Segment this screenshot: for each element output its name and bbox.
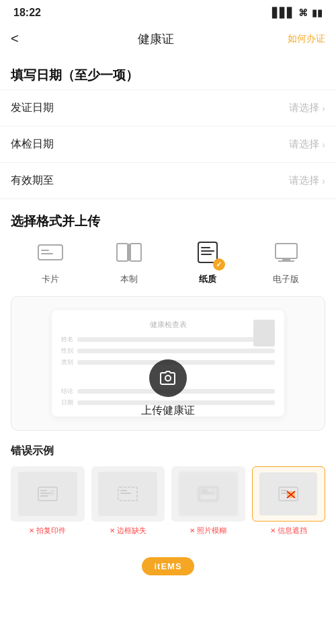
svg-rect-3 bbox=[117, 244, 128, 261]
expiry-date-value: 请选择 › bbox=[289, 174, 325, 187]
format-icon-wrap-paper: ✓ bbox=[189, 240, 226, 269]
error-label-border: 边框缺失 bbox=[110, 526, 146, 536]
card-row-name: 姓名 bbox=[61, 335, 275, 344]
svg-rect-18 bbox=[50, 490, 54, 495]
back-button[interactable]: < bbox=[11, 28, 24, 49]
svg-rect-25 bbox=[211, 490, 215, 495]
digital-icon bbox=[273, 242, 300, 268]
error-label-cover: 信息遮挡 bbox=[270, 526, 307, 536]
format-option-digital[interactable]: 电子版 bbox=[267, 240, 305, 285]
how-to-apply-link[interactable]: 如何办证 bbox=[288, 33, 325, 45]
expiry-date-placeholder: 请选择 bbox=[289, 174, 319, 187]
issue-date-value: 请选择 › bbox=[289, 102, 325, 114]
format-icon-wrap-book bbox=[110, 240, 148, 269]
exam-date-label: 体检日期 bbox=[11, 137, 54, 151]
error-thumb-inner-cover bbox=[259, 472, 317, 515]
format-icon-wrap-digital bbox=[267, 240, 305, 269]
svg-rect-9 bbox=[201, 254, 212, 255]
error-thumb-inner-border bbox=[98, 472, 157, 516]
bottom-bar: itEMS bbox=[0, 549, 336, 583]
svg-rect-23 bbox=[201, 490, 208, 491]
error-thumb-copy bbox=[11, 466, 85, 522]
camera-button[interactable] bbox=[149, 359, 187, 397]
svg-point-13 bbox=[165, 375, 171, 381]
svg-rect-24 bbox=[201, 493, 212, 494]
format-options: 卡片 本制 bbox=[11, 240, 325, 285]
issue-date-label: 发证日期 bbox=[11, 101, 54, 115]
signal-icon: ▋▋▋ bbox=[272, 7, 294, 18]
format-option-book[interactable]: 本制 bbox=[110, 240, 148, 285]
error-thumb-blur bbox=[171, 466, 245, 522]
card-photo bbox=[253, 320, 275, 347]
items-badge: itEMS bbox=[142, 557, 194, 575]
status-icons: ▋▋▋ ⌘ ▮▮ bbox=[272, 7, 323, 18]
svg-rect-7 bbox=[201, 247, 210, 248]
format-section-title: 选择格式并上传 bbox=[11, 213, 325, 240]
time-display: 18:22 bbox=[13, 7, 41, 19]
card-title: 健康检查表 bbox=[61, 320, 275, 330]
format-label-book: 本制 bbox=[120, 273, 138, 285]
svg-rect-6 bbox=[198, 242, 217, 262]
svg-rect-21 bbox=[120, 493, 131, 494]
error-thumb-cover bbox=[252, 466, 326, 522]
svg-rect-15 bbox=[40, 490, 47, 491]
format-icon-wrap-card bbox=[32, 240, 69, 269]
format-label-card: 卡片 bbox=[42, 273, 59, 285]
selected-check-icon: ✓ bbox=[213, 258, 225, 271]
exam-date-value: 请选择 › bbox=[289, 138, 325, 151]
format-label-digital: 电子版 bbox=[273, 273, 299, 285]
status-bar: 18:22 ▋▋▋ ⌘ ▮▮ bbox=[0, 0, 336, 23]
svg-rect-4 bbox=[130, 244, 141, 261]
svg-rect-2 bbox=[41, 253, 53, 254]
svg-rect-17 bbox=[40, 495, 48, 497]
issue-date-placeholder: 请选择 bbox=[289, 102, 319, 114]
spacer bbox=[0, 199, 336, 213]
format-option-card[interactable]: 卡片 bbox=[32, 240, 69, 285]
error-item-blur: 照片模糊 bbox=[171, 466, 245, 536]
exam-date-row[interactable]: 体检日期 请选择 › bbox=[0, 127, 336, 163]
error-item-copy: 拍复印件 bbox=[11, 466, 85, 536]
error-label-blur: 照片模糊 bbox=[190, 526, 226, 536]
upload-area[interactable]: 健康检查表 姓名 性别 类别 结论 日期 bbox=[11, 296, 325, 431]
chevron-right-icon: › bbox=[322, 139, 325, 150]
error-thumb-inner-blur bbox=[179, 472, 238, 516]
expiry-date-row[interactable]: 有效期至 请选择 › bbox=[0, 163, 336, 199]
svg-rect-8 bbox=[201, 250, 214, 252]
expiry-date-label: 有效期至 bbox=[11, 174, 54, 188]
format-label-paper: 纸质 bbox=[199, 273, 216, 285]
page-title: 健康证 bbox=[138, 31, 174, 47]
nav-bar: < 健康证 如何办证 bbox=[0, 23, 336, 56]
error-examples: 拍复印件 边框缺失 bbox=[11, 466, 325, 536]
chevron-right-icon: › bbox=[322, 176, 325, 186]
form-section-title: 填写日期（至少一项） bbox=[0, 56, 336, 90]
error-section-title: 错误示例 bbox=[11, 444, 325, 458]
exam-date-placeholder: 请选择 bbox=[289, 138, 319, 151]
format-option-paper[interactable]: ✓ 纸质 bbox=[189, 240, 226, 285]
error-label-copy: 拍复印件 bbox=[29, 526, 66, 536]
svg-rect-10 bbox=[276, 244, 297, 258]
wifi-icon: ⌘ bbox=[298, 7, 308, 18]
battery-icon: ▮▮ bbox=[312, 7, 323, 18]
svg-rect-27 bbox=[281, 490, 288, 491]
svg-rect-0 bbox=[38, 245, 62, 260]
svg-rect-20 bbox=[120, 490, 127, 491]
error-section: 错误示例 拍复印件 bbox=[0, 431, 336, 536]
svg-rect-1 bbox=[41, 250, 49, 251]
card-icon bbox=[37, 242, 64, 268]
gender-bar bbox=[77, 349, 275, 353]
book-icon bbox=[116, 242, 142, 268]
error-thumb-inner-copy bbox=[18, 472, 77, 516]
form-rows: 发证日期 请选择 › 体检日期 请选择 › 有效期至 请选择 › bbox=[0, 90, 336, 199]
format-section: 选择格式并上传 卡片 bbox=[0, 213, 336, 285]
name-bar bbox=[77, 337, 275, 342]
chevron-right-icon: › bbox=[322, 103, 325, 114]
upload-label: 上传健康证 bbox=[141, 404, 195, 418]
svg-rect-16 bbox=[40, 493, 51, 494]
error-item-cover: 信息遮挡 bbox=[252, 466, 326, 536]
issue-date-row[interactable]: 发证日期 请选择 › bbox=[0, 90, 336, 127]
error-item-border: 边框缺失 bbox=[91, 466, 165, 536]
error-thumb-border bbox=[91, 466, 165, 522]
card-row-gender: 性别 bbox=[61, 347, 275, 355]
